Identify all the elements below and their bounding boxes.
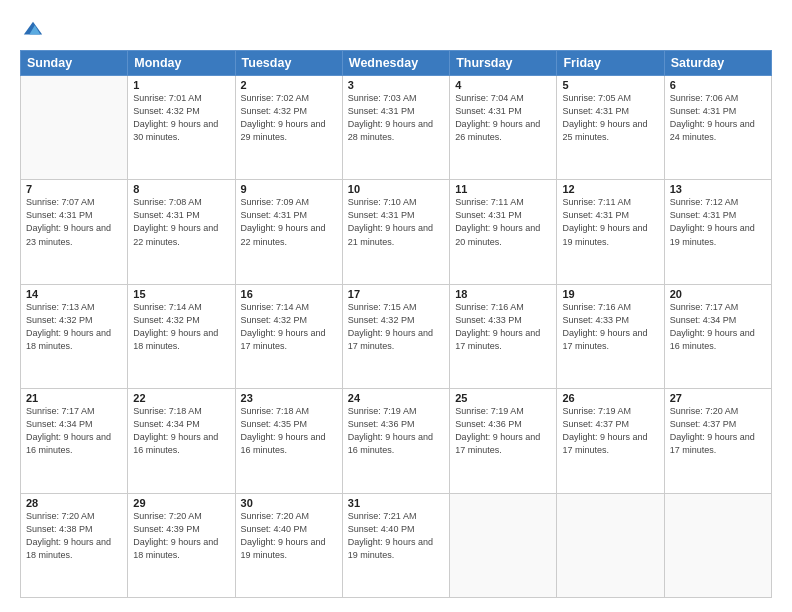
day-number: 5	[562, 79, 658, 91]
day-number: 10	[348, 183, 444, 195]
day-number: 17	[348, 288, 444, 300]
day-number: 18	[455, 288, 551, 300]
day-cell: 23Sunrise: 7:18 AMSunset: 4:35 PMDayligh…	[235, 389, 342, 493]
day-cell: 15Sunrise: 7:14 AMSunset: 4:32 PMDayligh…	[128, 284, 235, 388]
day-cell: 3Sunrise: 7:03 AMSunset: 4:31 PMDaylight…	[342, 76, 449, 180]
day-number: 3	[348, 79, 444, 91]
day-number: 22	[133, 392, 229, 404]
day-number: 27	[670, 392, 766, 404]
day-info: Sunrise: 7:14 AMSunset: 4:32 PMDaylight:…	[133, 301, 229, 353]
day-number: 23	[241, 392, 337, 404]
weekday-header-row: SundayMondayTuesdayWednesdayThursdayFrid…	[21, 51, 772, 76]
week-row-4: 21Sunrise: 7:17 AMSunset: 4:34 PMDayligh…	[21, 389, 772, 493]
weekday-header-friday: Friday	[557, 51, 664, 76]
day-cell: 27Sunrise: 7:20 AMSunset: 4:37 PMDayligh…	[664, 389, 771, 493]
day-info: Sunrise: 7:04 AMSunset: 4:31 PMDaylight:…	[455, 92, 551, 144]
day-cell: 6Sunrise: 7:06 AMSunset: 4:31 PMDaylight…	[664, 76, 771, 180]
day-number: 25	[455, 392, 551, 404]
day-cell: 16Sunrise: 7:14 AMSunset: 4:32 PMDayligh…	[235, 284, 342, 388]
day-cell: 22Sunrise: 7:18 AMSunset: 4:34 PMDayligh…	[128, 389, 235, 493]
day-number: 9	[241, 183, 337, 195]
day-info: Sunrise: 7:20 AMSunset: 4:39 PMDaylight:…	[133, 510, 229, 562]
day-cell: 11Sunrise: 7:11 AMSunset: 4:31 PMDayligh…	[450, 180, 557, 284]
logo	[20, 18, 44, 40]
day-cell: 8Sunrise: 7:08 AMSunset: 4:31 PMDaylight…	[128, 180, 235, 284]
day-number: 28	[26, 497, 122, 509]
day-cell	[664, 493, 771, 597]
week-row-3: 14Sunrise: 7:13 AMSunset: 4:32 PMDayligh…	[21, 284, 772, 388]
day-number: 12	[562, 183, 658, 195]
day-number: 19	[562, 288, 658, 300]
calendar-table: SundayMondayTuesdayWednesdayThursdayFrid…	[20, 50, 772, 598]
day-cell: 20Sunrise: 7:17 AMSunset: 4:34 PMDayligh…	[664, 284, 771, 388]
day-number: 21	[26, 392, 122, 404]
day-cell: 18Sunrise: 7:16 AMSunset: 4:33 PMDayligh…	[450, 284, 557, 388]
day-number: 30	[241, 497, 337, 509]
day-info: Sunrise: 7:08 AMSunset: 4:31 PMDaylight:…	[133, 196, 229, 248]
day-number: 24	[348, 392, 444, 404]
logo-icon	[22, 18, 44, 40]
day-cell: 9Sunrise: 7:09 AMSunset: 4:31 PMDaylight…	[235, 180, 342, 284]
day-number: 6	[670, 79, 766, 91]
day-number: 13	[670, 183, 766, 195]
day-info: Sunrise: 7:01 AMSunset: 4:32 PMDaylight:…	[133, 92, 229, 144]
day-info: Sunrise: 7:02 AMSunset: 4:32 PMDaylight:…	[241, 92, 337, 144]
day-number: 20	[670, 288, 766, 300]
header	[20, 18, 772, 40]
day-cell: 26Sunrise: 7:19 AMSunset: 4:37 PMDayligh…	[557, 389, 664, 493]
day-info: Sunrise: 7:16 AMSunset: 4:33 PMDaylight:…	[455, 301, 551, 353]
day-info: Sunrise: 7:11 AMSunset: 4:31 PMDaylight:…	[562, 196, 658, 248]
day-info: Sunrise: 7:19 AMSunset: 4:37 PMDaylight:…	[562, 405, 658, 457]
day-info: Sunrise: 7:15 AMSunset: 4:32 PMDaylight:…	[348, 301, 444, 353]
day-number: 16	[241, 288, 337, 300]
day-info: Sunrise: 7:14 AMSunset: 4:32 PMDaylight:…	[241, 301, 337, 353]
day-info: Sunrise: 7:16 AMSunset: 4:33 PMDaylight:…	[562, 301, 658, 353]
day-info: Sunrise: 7:17 AMSunset: 4:34 PMDaylight:…	[26, 405, 122, 457]
day-cell: 12Sunrise: 7:11 AMSunset: 4:31 PMDayligh…	[557, 180, 664, 284]
week-row-2: 7Sunrise: 7:07 AMSunset: 4:31 PMDaylight…	[21, 180, 772, 284]
page: SundayMondayTuesdayWednesdayThursdayFrid…	[0, 0, 792, 612]
weekday-header-tuesday: Tuesday	[235, 51, 342, 76]
day-number: 26	[562, 392, 658, 404]
day-cell: 10Sunrise: 7:10 AMSunset: 4:31 PMDayligh…	[342, 180, 449, 284]
day-number: 11	[455, 183, 551, 195]
day-number: 15	[133, 288, 229, 300]
day-info: Sunrise: 7:03 AMSunset: 4:31 PMDaylight:…	[348, 92, 444, 144]
day-cell: 30Sunrise: 7:20 AMSunset: 4:40 PMDayligh…	[235, 493, 342, 597]
weekday-header-saturday: Saturday	[664, 51, 771, 76]
day-info: Sunrise: 7:13 AMSunset: 4:32 PMDaylight:…	[26, 301, 122, 353]
day-cell: 24Sunrise: 7:19 AMSunset: 4:36 PMDayligh…	[342, 389, 449, 493]
day-info: Sunrise: 7:07 AMSunset: 4:31 PMDaylight:…	[26, 196, 122, 248]
day-info: Sunrise: 7:20 AMSunset: 4:38 PMDaylight:…	[26, 510, 122, 562]
day-number: 7	[26, 183, 122, 195]
day-info: Sunrise: 7:06 AMSunset: 4:31 PMDaylight:…	[670, 92, 766, 144]
day-info: Sunrise: 7:19 AMSunset: 4:36 PMDaylight:…	[455, 405, 551, 457]
day-cell: 5Sunrise: 7:05 AMSunset: 4:31 PMDaylight…	[557, 76, 664, 180]
day-number: 31	[348, 497, 444, 509]
day-cell: 21Sunrise: 7:17 AMSunset: 4:34 PMDayligh…	[21, 389, 128, 493]
day-cell	[21, 76, 128, 180]
day-cell: 2Sunrise: 7:02 AMSunset: 4:32 PMDaylight…	[235, 76, 342, 180]
day-cell: 25Sunrise: 7:19 AMSunset: 4:36 PMDayligh…	[450, 389, 557, 493]
day-cell: 13Sunrise: 7:12 AMSunset: 4:31 PMDayligh…	[664, 180, 771, 284]
day-number: 2	[241, 79, 337, 91]
day-info: Sunrise: 7:17 AMSunset: 4:34 PMDaylight:…	[670, 301, 766, 353]
day-number: 29	[133, 497, 229, 509]
day-info: Sunrise: 7:05 AMSunset: 4:31 PMDaylight:…	[562, 92, 658, 144]
day-info: Sunrise: 7:19 AMSunset: 4:36 PMDaylight:…	[348, 405, 444, 457]
day-info: Sunrise: 7:20 AMSunset: 4:40 PMDaylight:…	[241, 510, 337, 562]
day-cell: 19Sunrise: 7:16 AMSunset: 4:33 PMDayligh…	[557, 284, 664, 388]
day-info: Sunrise: 7:11 AMSunset: 4:31 PMDaylight:…	[455, 196, 551, 248]
week-row-5: 28Sunrise: 7:20 AMSunset: 4:38 PMDayligh…	[21, 493, 772, 597]
day-info: Sunrise: 7:20 AMSunset: 4:37 PMDaylight:…	[670, 405, 766, 457]
day-cell: 17Sunrise: 7:15 AMSunset: 4:32 PMDayligh…	[342, 284, 449, 388]
week-row-1: 1Sunrise: 7:01 AMSunset: 4:32 PMDaylight…	[21, 76, 772, 180]
day-info: Sunrise: 7:12 AMSunset: 4:31 PMDaylight:…	[670, 196, 766, 248]
day-number: 4	[455, 79, 551, 91]
day-cell: 29Sunrise: 7:20 AMSunset: 4:39 PMDayligh…	[128, 493, 235, 597]
day-cell: 1Sunrise: 7:01 AMSunset: 4:32 PMDaylight…	[128, 76, 235, 180]
day-cell	[450, 493, 557, 597]
day-cell: 14Sunrise: 7:13 AMSunset: 4:32 PMDayligh…	[21, 284, 128, 388]
day-info: Sunrise: 7:09 AMSunset: 4:31 PMDaylight:…	[241, 196, 337, 248]
day-info: Sunrise: 7:18 AMSunset: 4:34 PMDaylight:…	[133, 405, 229, 457]
